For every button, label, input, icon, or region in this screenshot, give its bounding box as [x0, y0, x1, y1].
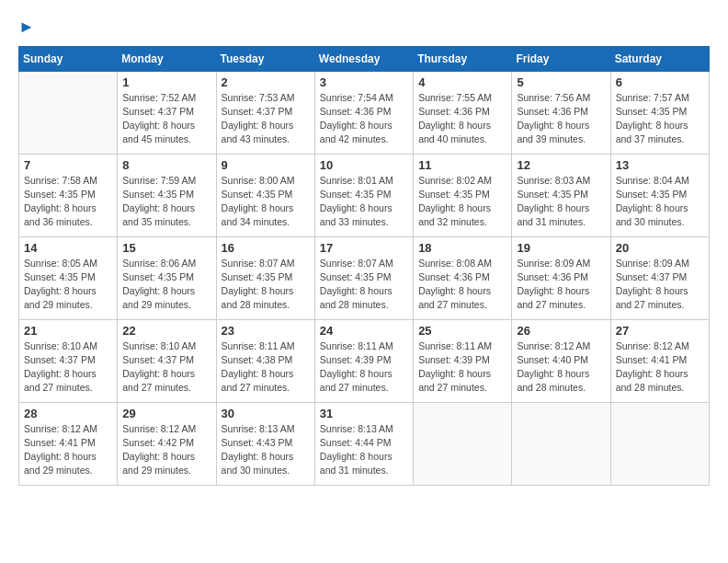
day-number: 28 — [24, 407, 112, 420]
calendar-cell: 9Sunrise: 8:00 AMSunset: 4:35 PMDaylight… — [216, 154, 314, 236]
day-number: 30 — [222, 407, 310, 420]
day-header-thursday: Thursday — [414, 46, 512, 71]
calendar-cell: 29Sunrise: 8:12 AMSunset: 4:42 PMDayligh… — [118, 402, 216, 485]
day-number: 7 — [24, 158, 112, 172]
day-info: Sunrise: 7:55 AMSunset: 4:36 PMDaylight:… — [418, 91, 506, 147]
calendar-cell — [610, 402, 709, 485]
calendar-cell: 8Sunrise: 7:59 AMSunset: 4:35 PMDaylight… — [118, 154, 216, 236]
calendar-cell: 6Sunrise: 7:57 AMSunset: 4:35 PMDaylight… — [610, 71, 709, 154]
day-info: Sunrise: 7:59 AMSunset: 4:35 PMDaylight:… — [122, 174, 210, 230]
calendar-cell: 16Sunrise: 8:07 AMSunset: 4:35 PMDayligh… — [216, 236, 314, 319]
day-info: Sunrise: 8:11 AMSunset: 4:39 PMDaylight:… — [320, 339, 408, 396]
calendar-cell: 21Sunrise: 8:10 AMSunset: 4:37 PMDayligh… — [19, 319, 118, 402]
day-info: Sunrise: 7:58 AMSunset: 4:35 PMDaylight:… — [24, 174, 112, 230]
day-number: 8 — [122, 158, 210, 172]
day-number: 18 — [418, 241, 506, 255]
day-number: 29 — [122, 407, 210, 420]
day-number: 9 — [222, 158, 310, 172]
day-info: Sunrise: 7:56 AMSunset: 4:36 PMDaylight:… — [517, 91, 605, 147]
day-info: Sunrise: 8:12 AMSunset: 4:41 PMDaylight:… — [616, 339, 704, 396]
calendar-cell: 30Sunrise: 8:13 AMSunset: 4:43 PMDayligh… — [216, 402, 314, 485]
day-header-wednesday: Wednesday — [314, 46, 413, 71]
day-header-saturday: Saturday — [610, 46, 709, 71]
day-info: Sunrise: 7:54 AMSunset: 4:36 PMDaylight:… — [320, 91, 408, 147]
calendar-header-row: SundayMondayTuesdayWednesdayThursdayFrid… — [19, 46, 710, 71]
calendar-cell: 28Sunrise: 8:12 AMSunset: 4:41 PMDayligh… — [19, 402, 118, 485]
day-info: Sunrise: 8:05 AMSunset: 4:35 PMDaylight:… — [24, 257, 112, 313]
day-number: 31 — [320, 407, 408, 420]
day-number: 14 — [24, 241, 112, 255]
day-number: 22 — [122, 324, 210, 338]
day-info: Sunrise: 8:01 AMSunset: 4:35 PMDaylight:… — [320, 174, 408, 230]
day-number: 11 — [418, 158, 506, 172]
day-number: 24 — [320, 324, 408, 338]
day-number: 3 — [320, 75, 408, 89]
day-info: Sunrise: 8:11 AMSunset: 4:38 PMDaylight:… — [222, 339, 310, 396]
calendar-cell: 17Sunrise: 8:07 AMSunset: 4:35 PMDayligh… — [314, 236, 413, 319]
calendar-cell: 13Sunrise: 8:04 AMSunset: 4:35 PMDayligh… — [610, 154, 709, 236]
calendar-week-3: 14Sunrise: 8:05 AMSunset: 4:35 PMDayligh… — [19, 236, 710, 319]
calendar-cell: 4Sunrise: 7:55 AMSunset: 4:36 PMDaylight… — [414, 71, 512, 154]
day-info: Sunrise: 8:03 AMSunset: 4:35 PMDaylight:… — [517, 174, 605, 230]
calendar-cell: 15Sunrise: 8:06 AMSunset: 4:35 PMDayligh… — [118, 236, 216, 319]
day-number: 25 — [418, 324, 506, 338]
day-header-tuesday: Tuesday — [216, 46, 314, 71]
day-info: Sunrise: 8:13 AMSunset: 4:43 PMDaylight:… — [222, 422, 310, 478]
day-info: Sunrise: 8:08 AMSunset: 4:36 PMDaylight:… — [418, 257, 506, 313]
day-header-monday: Monday — [118, 46, 216, 71]
calendar-cell: 27Sunrise: 8:12 AMSunset: 4:41 PMDayligh… — [610, 319, 709, 402]
day-number: 26 — [517, 324, 605, 338]
calendar-cell: 26Sunrise: 8:12 AMSunset: 4:40 PMDayligh… — [512, 319, 610, 402]
calendar-cell: 11Sunrise: 8:02 AMSunset: 4:35 PMDayligh… — [414, 154, 512, 236]
day-info: Sunrise: 8:10 AMSunset: 4:37 PMDaylight:… — [122, 339, 210, 396]
day-info: Sunrise: 7:52 AMSunset: 4:37 PMDaylight:… — [122, 91, 210, 147]
calendar-table: SundayMondayTuesdayWednesdayThursdayFrid… — [18, 46, 710, 486]
calendar-cell: 2Sunrise: 7:53 AMSunset: 4:37 PMDaylight… — [216, 71, 314, 154]
day-info: Sunrise: 8:00 AMSunset: 4:35 PMDaylight:… — [222, 174, 310, 230]
day-info: Sunrise: 8:04 AMSunset: 4:35 PMDaylight:… — [616, 174, 704, 230]
calendar-cell: 18Sunrise: 8:08 AMSunset: 4:36 PMDayligh… — [414, 236, 512, 319]
calendar-cell: 14Sunrise: 8:05 AMSunset: 4:35 PMDayligh… — [19, 236, 118, 319]
calendar-week-2: 7Sunrise: 7:58 AMSunset: 4:35 PMDaylight… — [19, 154, 710, 236]
calendar-cell: 24Sunrise: 8:11 AMSunset: 4:39 PMDayligh… — [314, 319, 413, 402]
day-number: 5 — [517, 75, 605, 89]
calendar-cell: 25Sunrise: 8:11 AMSunset: 4:39 PMDayligh… — [414, 319, 512, 402]
page-header: ► — [18, 18, 710, 37]
day-number: 13 — [616, 158, 704, 172]
day-number: 16 — [222, 241, 310, 255]
day-number: 21 — [24, 324, 112, 338]
calendar-cell: 20Sunrise: 8:09 AMSunset: 4:37 PMDayligh… — [610, 236, 709, 319]
day-number: 19 — [517, 241, 605, 255]
calendar-cell: 31Sunrise: 8:13 AMSunset: 4:44 PMDayligh… — [314, 402, 413, 485]
day-number: 27 — [616, 324, 704, 338]
calendar-cell: 3Sunrise: 7:54 AMSunset: 4:36 PMDaylight… — [314, 71, 413, 154]
calendar-cell: 22Sunrise: 8:10 AMSunset: 4:37 PMDayligh… — [118, 319, 216, 402]
day-number: 2 — [222, 75, 310, 89]
calendar-cell — [512, 402, 610, 485]
day-info: Sunrise: 7:53 AMSunset: 4:37 PMDaylight:… — [222, 91, 310, 147]
calendar-week-4: 21Sunrise: 8:10 AMSunset: 4:37 PMDayligh… — [19, 319, 710, 402]
day-number: 12 — [517, 158, 605, 172]
calendar-week-1: 1Sunrise: 7:52 AMSunset: 4:37 PMDaylight… — [19, 71, 710, 154]
calendar-cell — [414, 402, 512, 485]
day-info: Sunrise: 8:07 AMSunset: 4:35 PMDaylight:… — [320, 257, 408, 313]
day-info: Sunrise: 8:07 AMSunset: 4:35 PMDaylight:… — [222, 257, 310, 313]
day-info: Sunrise: 8:12 AMSunset: 4:42 PMDaylight:… — [122, 422, 210, 478]
day-info: Sunrise: 8:10 AMSunset: 4:37 PMDaylight:… — [24, 339, 112, 396]
day-info: Sunrise: 8:13 AMSunset: 4:44 PMDaylight:… — [320, 422, 408, 478]
day-number: 20 — [616, 241, 704, 255]
day-number: 23 — [222, 324, 310, 338]
day-number: 1 — [122, 75, 210, 89]
calendar-cell: 19Sunrise: 8:09 AMSunset: 4:36 PMDayligh… — [512, 236, 610, 319]
day-header-sunday: Sunday — [19, 46, 118, 71]
day-info: Sunrise: 8:02 AMSunset: 4:35 PMDaylight:… — [418, 174, 506, 230]
day-number: 6 — [616, 75, 704, 89]
logo-icon-triangle: ► — [18, 17, 35, 36]
day-info: Sunrise: 8:06 AMSunset: 4:35 PMDaylight:… — [122, 257, 210, 313]
calendar-cell: 12Sunrise: 8:03 AMSunset: 4:35 PMDayligh… — [512, 154, 610, 236]
day-header-friday: Friday — [512, 46, 610, 71]
day-info: Sunrise: 8:12 AMSunset: 4:41 PMDaylight:… — [24, 422, 112, 478]
calendar-cell: 10Sunrise: 8:01 AMSunset: 4:35 PMDayligh… — [314, 154, 413, 236]
day-info: Sunrise: 7:57 AMSunset: 4:35 PMDaylight:… — [616, 91, 704, 147]
calendar-cell: 1Sunrise: 7:52 AMSunset: 4:37 PMDaylight… — [118, 71, 216, 154]
